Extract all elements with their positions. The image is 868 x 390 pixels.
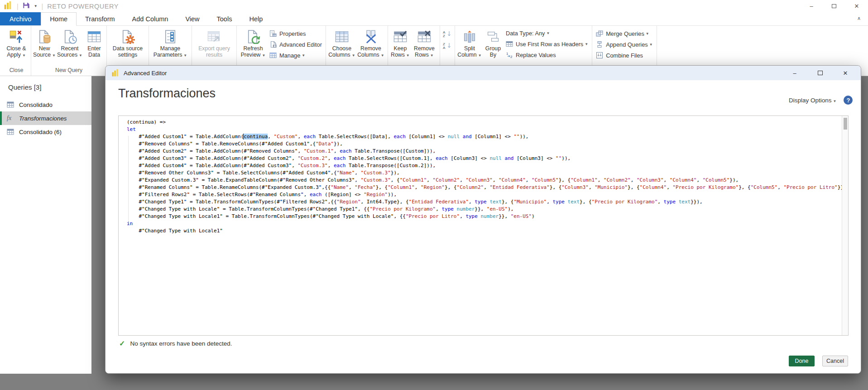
combine-files-button[interactable]: Combine Files — [596, 52, 652, 59]
chevron-down-icon: ▼ — [352, 53, 355, 58]
dialog-maximize-button[interactable] — [807, 66, 833, 80]
choose-columns-button[interactable]: Choose Columns▼ — [328, 26, 356, 59]
enter-data-button[interactable]: Enter Data — [84, 26, 105, 58]
queries-pane-title: Queries [3] — [8, 83, 91, 91]
tab-home[interactable]: Home — [41, 12, 77, 26]
manage-parameters-icon — [163, 29, 177, 44]
table-icon — [7, 101, 14, 108]
editor-scrollbar-thumb[interactable] — [844, 118, 847, 130]
svg-text:A: A — [443, 46, 446, 49]
recent-sources-icon — [62, 29, 77, 44]
replace-values-icon: 12 — [506, 51, 513, 58]
ribbon-group-new-query: New Source▼Recent Sources▼Enter DataNew … — [31, 26, 107, 76]
advanced-editor-dialog: Advanced Editor – ✕ Transformaciones Dis… — [105, 65, 861, 374]
replace-values-button[interactable]: 12Replace Values — [506, 51, 588, 58]
manage-parameters-button[interactable]: Manage Parameters▼ — [151, 26, 190, 59]
code-line: #"Filtered Rows2" = Table.SelectRows(#"R… — [127, 191, 842, 198]
recent-sources-label: Recent Sources▼ — [56, 45, 84, 59]
dialog-title-bar: Advanced Editor – ✕ — [106, 66, 861, 80]
merge-queries-button[interactable]: Merge Queries▼ — [596, 30, 652, 37]
display-options-dropdown[interactable]: Display Options▼ — [789, 97, 836, 104]
ribbon-group-close: Close & Apply▼Close — [2, 26, 31, 76]
code-line: #"Added Custom3" = Table.AddColumn(#"Add… — [127, 155, 842, 162]
chevron-down-icon: ▼ — [22, 53, 26, 58]
chevron-down-icon: ▼ — [546, 31, 550, 35]
manage-button[interactable]: Manage▼ — [269, 52, 322, 59]
query-item-label: Consolidado (6) — [19, 129, 62, 135]
data-type-button[interactable]: Data Type: Any▼ — [506, 30, 588, 37]
remove-columns-icon — [364, 29, 378, 44]
refresh-preview-button[interactable]: Refresh Preview▼ — [239, 26, 268, 59]
tab-archivo[interactable]: Archivo — [0, 12, 41, 25]
chevron-down-icon: ▼ — [430, 53, 434, 58]
replace-values-label: Replace Values — [516, 52, 556, 58]
remove-columns-button[interactable]: Remove Columns▼ — [356, 26, 386, 59]
maximize-button[interactable] — [823, 0, 845, 12]
sort-ascending-button[interactable]: AZ — [443, 30, 452, 39]
tab-add-column[interactable]: Add Column — [124, 12, 177, 25]
tab-help[interactable]: Help — [240, 12, 271, 25]
sort-descending-button[interactable]: ZA — [443, 42, 452, 51]
close-apply-button[interactable]: Close & Apply▼ — [4, 26, 29, 59]
choose-columns-icon — [335, 29, 349, 44]
window-title: RETO POWERQUERY — [47, 3, 119, 10]
editor-scrollbar[interactable] — [842, 116, 848, 335]
query-item[interactable]: fxTransformaciones — [0, 111, 91, 125]
chevron-down-icon: ▼ — [381, 53, 384, 58]
syntax-status-text: No syntax errors have been detected. — [130, 340, 232, 347]
help-icon[interactable]: ? — [844, 96, 853, 105]
ribbon-tab-strip: ArchivoHomeTransformAdd ColumnViewToolsH… — [0, 12, 868, 26]
chevron-down-icon: ▼ — [478, 53, 482, 58]
tab-view[interactable]: View — [177, 12, 208, 25]
new-source-icon — [37, 29, 52, 44]
code-line: #"Changed Type with Locale1" — [127, 227, 842, 235]
dialog-maximize-icon — [818, 71, 823, 75]
tab-transform[interactable]: Transform — [77, 12, 124, 25]
export-query-label: Export query results — [194, 45, 235, 58]
save-icon[interactable] — [23, 2, 30, 11]
keep-rows-label: Keep Rows▼ — [390, 45, 411, 59]
new-source-button[interactable]: New Source▼ — [33, 26, 56, 59]
chevron-down-icon: ▼ — [649, 43, 653, 47]
combine-files-icon — [596, 52, 603, 59]
split-column-button[interactable]: Split Column▼ — [457, 26, 482, 59]
remove-columns-label: Remove Columns▼ — [356, 45, 386, 59]
manage-parameters-label: Manage Parameters▼ — [151, 45, 190, 59]
properties-button[interactable]: Properties — [269, 30, 322, 37]
dialog-close-button[interactable]: ✕ — [833, 66, 858, 80]
query-item[interactable]: Consolidado — [0, 98, 91, 111]
advanced-editor-icon — [269, 41, 277, 48]
refresh-preview-label: Refresh Preview▼ — [239, 45, 268, 59]
recent-sources-button[interactable]: Recent Sources▼ — [56, 26, 84, 59]
query-item-label: Transformaciones — [19, 115, 67, 122]
dialog-minimize-button[interactable]: – — [782, 66, 807, 80]
tab-tools[interactable]: Tools — [208, 12, 241, 25]
data-source-settings-label: Data source settings — [109, 45, 147, 58]
sort-ascending-icon: AZ — [443, 30, 452, 37]
query-item[interactable]: Consolidado (6) — [0, 125, 91, 139]
advanced-editor-button[interactable]: Advanced Editor — [269, 41, 322, 48]
remove-rows-button[interactable]: Remove Rows▼ — [411, 26, 438, 59]
power-query-window: | ▼ | RETO POWERQUERY – ✕ ArchivoHomeTra… — [0, 0, 868, 390]
code-line: #"Removed Other Columns3" = Table.Select… — [127, 169, 842, 177]
append-queries-button[interactable]: Append Queries▼ — [596, 41, 652, 48]
m-code-editor[interactable]: (continua) =>let #"Added Custom1" = Tabl… — [118, 116, 849, 336]
done-button[interactable]: Done — [789, 356, 815, 366]
first-row-headers-button[interactable]: Use First Row as Headers▼ — [506, 40, 588, 48]
svg-text:1: 1 — [506, 52, 508, 56]
minimize-button[interactable]: – — [800, 0, 823, 12]
code-line: #"Expanded Custom.3" = Table.ExpandTable… — [127, 177, 842, 184]
export-query-button: Export query results — [194, 26, 235, 58]
group-by-button[interactable]: Group By — [482, 26, 504, 58]
cancel-button[interactable]: Cancel — [822, 356, 848, 366]
export-query-icon — [207, 29, 221, 44]
code-line: in — [127, 220, 842, 227]
code-line: #"Added Custom1" = Table.AddColumn(conti… — [127, 133, 842, 140]
close-button[interactable]: ✕ — [845, 0, 868, 12]
data-source-settings-button[interactable]: Data source settings — [109, 26, 147, 58]
append-queries-icon — [596, 41, 603, 48]
quick-access-dropdown-icon[interactable]: ▼ — [34, 4, 38, 8]
close-apply-label: Close & Apply▼ — [4, 45, 29, 59]
keep-rows-button[interactable]: Keep Rows▼ — [390, 26, 411, 59]
collapse-ribbon-icon[interactable]: ∧ — [857, 15, 861, 21]
